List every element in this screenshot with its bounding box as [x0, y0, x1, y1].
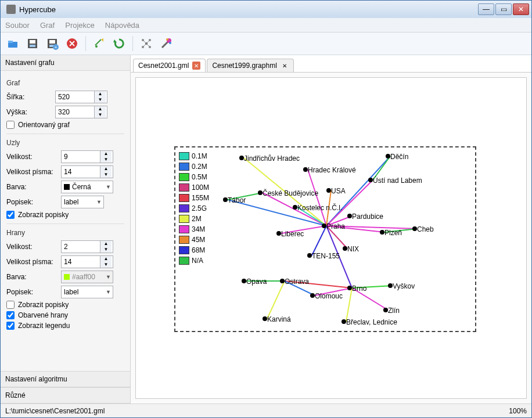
legend-label: 0.2M	[192, 163, 207, 171]
legend-item: 68M	[179, 245, 209, 255]
close-button[interactable]: ✕	[513, 3, 529, 15]
graph-node[interactable]: Opava	[246, 278, 267, 286]
sidebar-header[interactable]: Nastavení grafu	[1, 55, 130, 71]
window-title: Hypercube	[19, 5, 478, 14]
spin-up-icon[interactable]: ▲	[94, 91, 106, 97]
graph-node[interactable]: Cheb	[417, 225, 434, 233]
graph-node[interactable]: Kostelec n.Č.l.	[297, 204, 342, 212]
node-dot-icon	[223, 197, 228, 202]
legend-swatch	[179, 194, 189, 202]
graph-node[interactable]: Zlín	[388, 307, 400, 315]
node-label: Opava	[246, 278, 267, 286]
menu-file[interactable]: Soubor	[5, 21, 30, 30]
edge-size-input[interactable]	[62, 243, 100, 251]
node-label: TEN-155	[312, 252, 340, 260]
tab-close-icon[interactable]: ✕	[192, 62, 200, 70]
node-dot-icon	[263, 316, 267, 321]
graph-node[interactable]: Jindřichův Hradec	[244, 154, 300, 163]
node-color-combo[interactable]: Černá▼	[61, 181, 113, 193]
node-label: Olomouc	[315, 292, 343, 300]
oriented-checkbox[interactable]	[6, 121, 15, 129]
graph-node[interactable]: Tábor	[228, 196, 246, 204]
node-dot-icon	[322, 224, 326, 228]
graph-node[interactable]: Brno	[352, 284, 366, 293]
width-input[interactable]	[56, 93, 94, 101]
menu-projection[interactable]: Projekce	[65, 21, 95, 30]
node-font-input[interactable]	[62, 168, 100, 176]
graph-node[interactable]: USA	[331, 187, 346, 195]
graph-node[interactable]: Liberec	[281, 230, 304, 238]
legend-swatch	[179, 163, 189, 171]
edge-label-combo[interactable]: label▼	[61, 286, 113, 298]
maximize-button[interactable]: ▭	[495, 3, 512, 15]
tab-close-icon[interactable]: ✕	[281, 62, 289, 70]
graph-node[interactable]: Plzeň	[384, 229, 402, 237]
graph-node[interactable]: Praha	[326, 222, 345, 230]
edge-font-input[interactable]	[62, 258, 100, 266]
node-dot-icon	[412, 226, 417, 231]
node-dot-icon	[310, 293, 315, 298]
colored-edges-checkbox[interactable]	[6, 311, 15, 319]
node-label: Cheb	[417, 225, 434, 233]
legend-label: 0.1M	[192, 152, 207, 160]
layout-button[interactable]	[138, 35, 155, 52]
menu-graph[interactable]: Graf	[40, 21, 55, 30]
sidebar-misc[interactable]: Různé	[1, 387, 130, 403]
legend-item: 34M	[179, 224, 209, 235]
height-label: Výška:	[6, 108, 53, 116]
node-dot-icon	[326, 188, 331, 193]
show-edge-labels-checkbox[interactable]	[6, 301, 15, 309]
graph-node[interactable]: Olomouc	[315, 292, 343, 300]
node-dot-icon	[258, 190, 263, 195]
open-button[interactable]	[4, 35, 21, 52]
graph-node[interactable]: České Budějovice	[263, 189, 318, 197]
graph-node[interactable]: Ostrava	[285, 278, 309, 286]
graph-node[interactable]: Karviná	[267, 315, 291, 323]
tab[interactable]: Cesnet1999.graphml✕	[207, 59, 293, 72]
delete-button[interactable]	[63, 35, 81, 52]
graph-edge	[312, 226, 326, 255]
transform-button[interactable]	[91, 35, 108, 52]
graph-node[interactable]: NIX	[347, 245, 359, 253]
svg-rect-1	[8, 41, 13, 43]
show-node-labels-checkbox[interactable]	[6, 211, 15, 219]
edge-font-label: Velikost písma:	[6, 258, 59, 266]
menu-help[interactable]: Nápověda	[105, 21, 139, 30]
svg-point-18	[169, 42, 171, 44]
svg-text:+: +	[55, 45, 57, 50]
tab[interactable]: Cesnet2001.gml✕	[133, 59, 206, 72]
graph-node[interactable]: TEN-155	[312, 252, 340, 260]
node-size-input[interactable]	[62, 153, 100, 161]
node-label: Liberec	[281, 230, 304, 238]
graph-node[interactable]: Pardubice	[352, 212, 383, 221]
node-label-combo[interactable]: label▼	[61, 196, 104, 208]
node-dot-icon	[343, 246, 347, 251]
status-path: L:\tumic\cesnet\Cesnet2001.gml	[5, 407, 105, 415]
graph-node[interactable]: Vyškov	[393, 282, 415, 290]
tab-label: Cesnet2001.gml	[138, 62, 189, 70]
graph-node[interactable]: Děčín	[390, 153, 408, 161]
style-button[interactable]	[157, 35, 175, 52]
graph-node[interactable]: Hradec Králové	[308, 166, 356, 174]
tab-label: Cesnet1999.graphml	[212, 62, 276, 70]
group-graph: Graf	[6, 79, 124, 87]
show-node-labels-label: Zobrazit popisky	[18, 211, 69, 219]
graph-node[interactable]: Břeclav, Lednice	[346, 318, 397, 326]
node-dot-icon	[347, 286, 352, 290]
graph-node[interactable]: Ústí nad Labem	[373, 176, 422, 185]
save-button[interactable]	[24, 35, 41, 52]
node-size-label: Velikost:	[6, 153, 59, 161]
legend-label: 45M	[192, 236, 205, 244]
refresh-button[interactable]	[110, 35, 128, 52]
height-input[interactable]	[56, 108, 94, 116]
show-legend-checkbox[interactable]	[6, 322, 15, 330]
node-label: Tábor	[228, 196, 246, 204]
graph-canvas[interactable]: 0.1M0.2M0.5M100M155M2.5G2M34M45M68MN/A P…	[135, 77, 527, 399]
legend-swatch	[179, 215, 189, 223]
legend-swatch	[179, 173, 189, 181]
sidebar-algo[interactable]: Nastavení algoritmu	[1, 371, 130, 387]
spin-down-icon[interactable]: ▼	[94, 97, 106, 103]
save-as-button[interactable]: +	[44, 35, 61, 52]
node-label: Kostelec n.Č.l.	[297, 204, 342, 212]
minimize-button[interactable]: —	[478, 3, 494, 15]
